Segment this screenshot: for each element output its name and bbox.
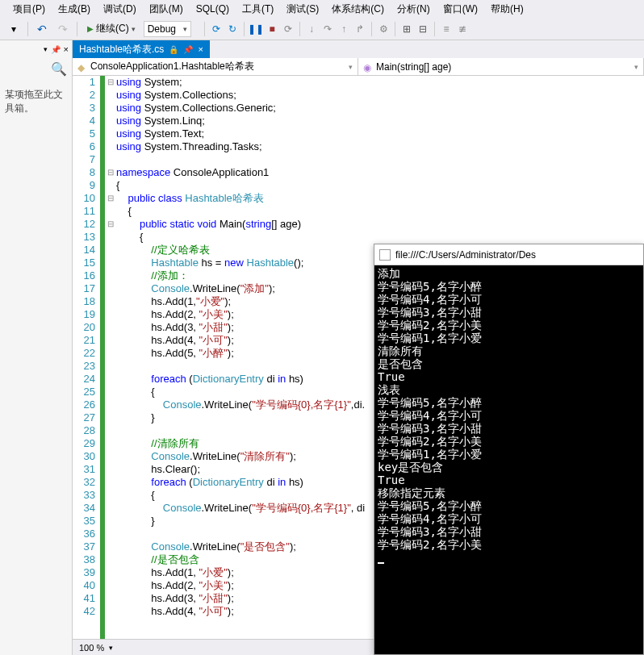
toolbox-search[interactable]: 🔍 xyxy=(0,58,72,80)
main-toolbar: ▾ ↶ ↷ ▶ 继续(C) ▾ Debug ⟳ ↻ ❚❚ ■ ⟳ ↓ ↷ ↑ ↱… xyxy=(0,18,644,40)
line-numbers: 1234567891011121314151617181920212223242… xyxy=(73,76,105,639)
menu-item[interactable]: 生成(B) xyxy=(52,1,97,18)
separator xyxy=(371,22,372,36)
menu-item[interactable]: 团队(M) xyxy=(143,1,190,18)
menu-item[interactable]: SQL(Q) xyxy=(190,2,236,16)
separator xyxy=(434,22,435,36)
toolbox-header: ▾ 📌 × xyxy=(0,40,72,58)
skip-button[interactable]: ↻ xyxy=(226,20,239,38)
tool-button-3[interactable]: ⊟ xyxy=(416,20,429,38)
dropdown-icon: ▾ xyxy=(132,25,136,33)
continue-button[interactable]: ▶ 继续(C) ▾ xyxy=(82,20,140,38)
class-icon: ◆ xyxy=(77,62,87,72)
separator xyxy=(77,22,77,36)
console-window[interactable]: file:///C:/Users/Administrator/Des 添加 学号… xyxy=(374,244,644,655)
menu-bar: 项目(P)生成(B)调试(D)团队(M)SQL(Q)工具(T)测试(S)体系结构… xyxy=(0,0,644,18)
stop-button[interactable]: ■ xyxy=(266,20,278,38)
pin-tab-icon[interactable]: 📌 xyxy=(183,45,193,54)
separator xyxy=(204,22,205,36)
config-value: Debug xyxy=(148,23,176,35)
uncomment-button[interactable]: ≢ xyxy=(456,20,469,38)
separator xyxy=(27,22,28,36)
method-icon: ◉ xyxy=(363,62,373,72)
menu-item[interactable]: 项目(P) xyxy=(6,1,52,18)
tool-button-2[interactable]: ⊞ xyxy=(400,20,413,38)
console-output: 添加 学号编码5,名字小醉 学号编码4,名字小可 学号编码3,名字小甜 学号编码… xyxy=(374,265,643,565)
console-title-text: file:///C:/Users/Administrator/Des xyxy=(395,249,536,261)
nav-class-select[interactable]: ◆ ConsoleApplication1.Hashtable哈希表 xyxy=(73,58,358,75)
menu-item[interactable]: 工具(T) xyxy=(236,1,280,18)
step-over-button[interactable]: ↷ xyxy=(321,20,334,38)
new-item-button[interactable]: ▾ xyxy=(5,20,23,38)
cursor-button[interactable]: ↱ xyxy=(353,20,366,38)
nav-member-label: Main(string[] age) xyxy=(376,61,451,73)
step-button[interactable]: ⟳ xyxy=(210,20,223,38)
redo-button[interactable]: ↷ xyxy=(54,20,72,38)
pin-icon[interactable]: 📌 xyxy=(51,45,61,54)
step-into-button[interactable]: ↓ xyxy=(305,20,318,38)
menu-item[interactable]: 测试(S) xyxy=(280,1,325,18)
close-icon[interactable]: × xyxy=(64,44,69,54)
continue-label: 继续(C) xyxy=(96,22,129,35)
file-tab[interactable]: Hashtable哈希表.cs 🔒 📌 × xyxy=(73,40,210,58)
restart-button[interactable]: ⟳ xyxy=(282,20,295,38)
close-tab-icon[interactable]: × xyxy=(198,44,203,54)
separator xyxy=(299,22,300,36)
dropdown-icon: ▾ xyxy=(109,644,113,652)
zoom-value: 100 % xyxy=(79,643,104,653)
comment-button[interactable]: ≡ xyxy=(440,20,453,38)
search-icon: 🔍 xyxy=(51,62,67,76)
menu-item[interactable]: 帮助(H) xyxy=(484,1,530,18)
step-out-button[interactable]: ↑ xyxy=(337,20,350,38)
nav-member-select[interactable]: ◉ Main(string[] age) xyxy=(358,58,644,75)
lock-icon: 🔒 xyxy=(169,45,178,54)
nav-class-label: ConsoleApplication1.Hashtable哈希表 xyxy=(90,60,254,73)
separator xyxy=(244,22,245,36)
play-icon: ▶ xyxy=(87,24,94,33)
console-app-icon xyxy=(379,249,391,261)
tool-button-1[interactable]: ⚙ xyxy=(377,20,390,38)
console-titlebar[interactable]: file:///C:/Users/Administrator/Des xyxy=(374,244,643,265)
menu-item[interactable]: 调试(D) xyxy=(97,1,143,18)
dropdown-icon[interactable]: ▾ xyxy=(44,45,48,53)
menu-item[interactable]: 分析(N) xyxy=(391,1,437,18)
menu-item[interactable]: 体系结构(C) xyxy=(325,1,391,18)
menu-item[interactable]: 窗口(W) xyxy=(437,1,484,18)
code-nav-bar: ◆ ConsoleApplication1.Hashtable哈希表 ◉ Mai… xyxy=(73,58,644,76)
tab-strip: Hashtable哈希表.cs 🔒 📌 × xyxy=(73,40,644,58)
toolbox-panel: ▾ 📌 × 🔍 某项拖至此文 具箱。 xyxy=(0,40,73,655)
separator xyxy=(395,22,395,36)
tab-title: Hashtable哈希表.cs xyxy=(79,43,164,56)
undo-button[interactable]: ↶ xyxy=(33,20,51,38)
pause-button[interactable]: ❚❚ xyxy=(249,20,262,38)
fold-column[interactable]: ⊟⊟⊟⊟ xyxy=(105,76,116,639)
config-select[interactable]: Debug xyxy=(144,21,191,37)
toolbox-hint: 某项拖至此文 具箱。 xyxy=(0,80,72,123)
